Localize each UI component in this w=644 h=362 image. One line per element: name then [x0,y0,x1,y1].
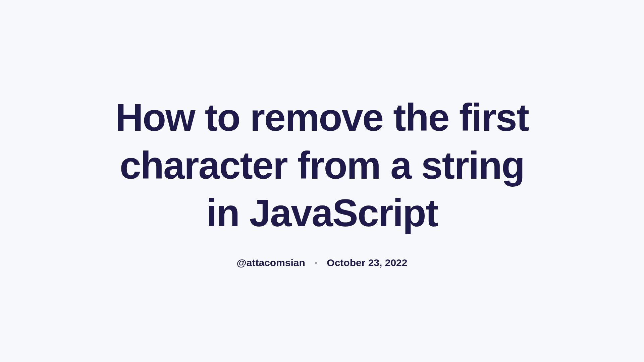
article-meta: @attacomsian • October 23, 2022 [237,257,408,268]
meta-separator: • [315,258,317,267]
article-card: How to remove the first character from a… [87,94,557,268]
article-title: How to remove the first character from a… [107,94,537,237]
author-handle: @attacomsian [237,257,305,268]
publish-date: October 23, 2022 [327,257,407,268]
